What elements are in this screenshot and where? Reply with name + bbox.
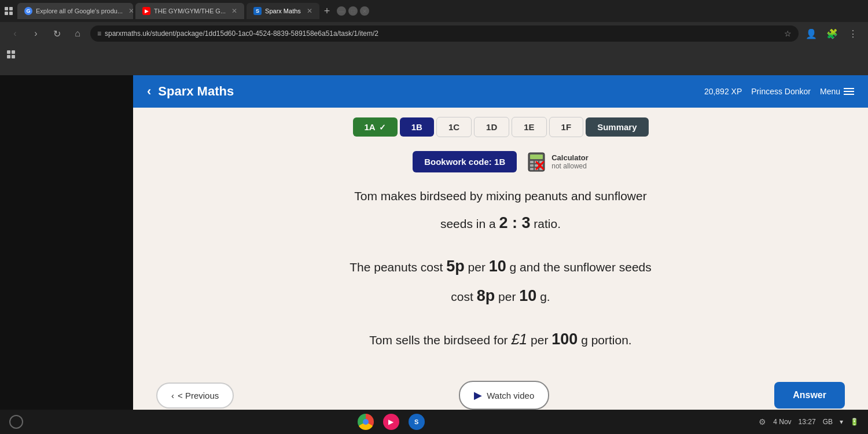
tab-1C[interactable]: 1C	[436, 117, 472, 137]
question-text: Tom makes birdseed by mixing peanuts and…	[350, 186, 652, 352]
q-line3-end: g and the sunflower seeds	[506, 260, 652, 274]
cost1-unit: 10	[489, 258, 506, 275]
bookwork-code: Bookwork code: 1B	[413, 151, 517, 172]
hamburger-icon	[844, 88, 854, 95]
tab-close-1[interactable]: ✕	[128, 7, 133, 15]
tab-label-2: THE GYM/GYM/THE G...	[154, 8, 226, 14]
start-button[interactable]	[9, 415, 23, 429]
calculator-info: Calculator not allowed	[526, 152, 589, 172]
taskbar-right: ⚙ 4 Nov 13:27 GB ▾ 🔋	[759, 417, 859, 426]
secure-icon: ≡	[97, 30, 101, 38]
watch-video-label: Watch video	[487, 391, 534, 400]
tab-label-3: Sparx Maths	[265, 8, 301, 14]
xp-badge: 20,892 XP	[704, 87, 742, 96]
header-left: ‹ Sparx Maths	[147, 84, 234, 99]
tab-1E[interactable]: 1E	[512, 117, 546, 137]
tab-close-3[interactable]: ✕	[307, 7, 312, 15]
extension-icon[interactable]: 🧩	[824, 25, 840, 42]
q-line5-text: Tom sells the birdseed for	[369, 333, 511, 347]
cost2-num: 8p	[477, 287, 495, 304]
calculator-label: Calculator	[551, 153, 589, 162]
question-area: Bookwork code: 1B	[133, 146, 868, 363]
back-arrow-icon[interactable]: ‹	[147, 84, 151, 99]
question-line-1: Tom makes birdseed by mixing peanuts and…	[350, 186, 652, 206]
answer-button[interactable]: Answer	[774, 382, 845, 409]
tab-1C-label: 1C	[448, 122, 459, 132]
close-button[interactable]: ✕	[360, 6, 369, 16]
youtube-taskbar-icon[interactable]: ▶	[383, 414, 399, 430]
new-tab-button[interactable]: +	[324, 5, 330, 17]
ratio-text: 2 : 3	[499, 214, 531, 231]
bookmark-grid[interactable]	[7, 50, 17, 58]
sell-unit: 100	[551, 330, 578, 348]
q-line3-text: The peanuts cost	[350, 260, 446, 274]
tab-bar: G Explore all of Google's produ... ✕ ▶ T…	[0, 0, 868, 22]
refresh-button[interactable]: ↻	[49, 25, 65, 42]
tab-favicon-2: ▶	[142, 7, 150, 15]
header-right: 20,892 XP Princess Donkor Menu	[704, 87, 854, 96]
tab-summary-label: Summary	[597, 122, 637, 132]
sell-price: £1	[511, 331, 527, 347]
back-button[interactable]: ‹	[7, 25, 23, 42]
q-line4-text: cost	[451, 290, 476, 303]
app-header: ‹ Sparx Maths 20,892 XP Princess Donkor …	[133, 75, 868, 108]
address-bar[interactable]: ≡ sparxmaths.uk/student/package/1dd15d60…	[90, 25, 799, 42]
grid-icon	[5, 7, 13, 15]
browser-nav-bar: ‹ › ↻ ⌂ ≡ sparxmaths.uk/student/package/…	[0, 22, 868, 45]
tab-1A[interactable]: 1A ✓	[353, 117, 398, 137]
answer-label: Answer	[793, 390, 826, 400]
wifi-icon: ▾	[840, 418, 843, 426]
tab-favicon-1: G	[24, 7, 32, 15]
browser-tab-2[interactable]: ▶ THE GYM/GYM/THE G... ✕	[135, 3, 244, 19]
battery-icon: 🔋	[850, 418, 859, 426]
menu-label: Menu	[820, 87, 840, 96]
q-line5-end: g portion.	[578, 333, 631, 347]
bookmark-star-icon[interactable]: ☆	[784, 29, 792, 38]
question-line-2: seeds in a 2 : 3 ratio.	[350, 211, 652, 236]
check-icon-1A: ✓	[379, 123, 386, 132]
user-name: Princess Donkor	[751, 87, 811, 96]
calculator-icon	[526, 152, 547, 172]
browser-tab-1[interactable]: G Explore all of Google's produ... ✕	[17, 3, 133, 19]
tab-close-2[interactable]: ✕	[231, 7, 237, 15]
settings-icon[interactable]: ⋮	[845, 25, 861, 42]
svg-rect-5	[530, 164, 534, 167]
question-line-5: Tom sells the birdseed for £1 per 100 g …	[350, 327, 652, 352]
cost2-unit: 10	[519, 287, 536, 304]
minimize-button[interactable]: —	[337, 6, 346, 16]
tab-navigation: 1A ✓ 1B 1C 1D 1E 1F Summary	[133, 108, 868, 146]
video-camera-icon: ▶	[474, 389, 482, 402]
home-button[interactable]: ⌂	[69, 25, 86, 42]
previous-button[interactable]: ‹ < Previous	[156, 382, 234, 409]
tab-1A-label: 1A	[365, 122, 376, 132]
q-line4-per: per	[495, 290, 519, 303]
browser-chrome: G Explore all of Google's produ... ✕ ▶ T…	[0, 0, 868, 75]
tab-label-1: Explore all of Google's produ...	[36, 8, 123, 14]
chrome-taskbar-icon[interactable]	[358, 414, 374, 430]
menu-button[interactable]: Menu	[820, 87, 854, 96]
window-controls: — □ ✕	[337, 6, 369, 16]
account-icon[interactable]: 👤	[803, 25, 819, 42]
tab-1D[interactable]: 1D	[474, 117, 509, 137]
bookmarks-bar	[0, 45, 868, 64]
tab-1F[interactable]: 1F	[549, 117, 584, 137]
tab-1B[interactable]: 1B	[400, 117, 434, 137]
sparx-taskbar-icon[interactable]: S	[409, 414, 425, 430]
taskbar: ▶ S ⚙ 4 Nov 13:27 GB ▾ 🔋	[0, 410, 868, 434]
question-line-3: The peanuts cost 5p per 10 g and the sun…	[350, 254, 652, 279]
browser-tab-3[interactable]: S Sparx Maths ✕	[247, 3, 319, 19]
maximize-button[interactable]: □	[348, 6, 358, 16]
calculator-status: not allowed	[551, 162, 589, 170]
forward-button[interactable]: ›	[28, 25, 44, 42]
tab-1B-label: 1B	[411, 122, 422, 132]
taskbar-date: 4 Nov	[773, 418, 791, 426]
taskbar-time: 13:27	[799, 418, 816, 426]
watch-video-button[interactable]: ▶ Watch video	[459, 381, 549, 410]
settings-taskbar-icon[interactable]: ⚙	[759, 417, 766, 426]
tab-summary[interactable]: Summary	[586, 117, 648, 137]
q-line2-end: ratio.	[531, 217, 561, 230]
prev-chevron: ‹	[171, 391, 174, 400]
tab-1F-label: 1F	[561, 122, 572, 132]
q-line4-end: g.	[536, 290, 550, 303]
question-line-4: cost 8p per 10 g.	[350, 284, 652, 308]
